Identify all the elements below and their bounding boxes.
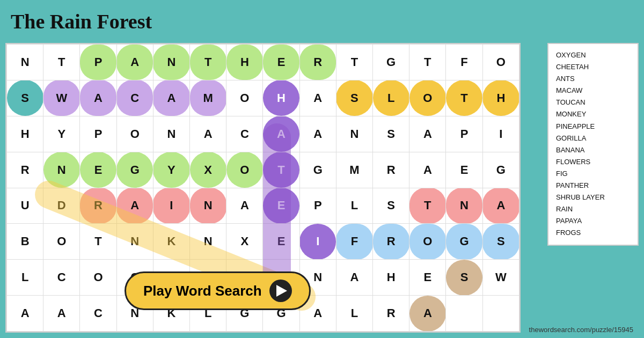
cell-0-0: N	[7, 45, 43, 80]
cell-5-5: N	[190, 224, 226, 260]
cell-4-12: N	[446, 188, 482, 224]
word-item-gorilla: GORILLA	[556, 133, 630, 144]
cell-5-2: T	[80, 224, 116, 260]
cell-0-9: T	[336, 45, 372, 80]
cell-0-7: E	[263, 45, 299, 80]
grid-row-1: S W A C A M O H A S L O T H	[7, 80, 519, 116]
grid-row-3: R N E G Y X O T G M R A E G	[7, 152, 519, 188]
cell-2-4: N	[153, 116, 189, 152]
cell-4-2: R	[80, 188, 116, 224]
cell-0-2: P	[80, 45, 116, 80]
cell-7-0: A	[7, 296, 43, 332]
cell-0-6: H	[226, 45, 263, 80]
cell-0-3: A	[116, 45, 153, 80]
cell-1-3: C	[116, 80, 153, 116]
cell-5-4: K	[153, 224, 189, 260]
cell-4-1: D	[43, 188, 80, 224]
word-item-toucan: TOUCAN	[556, 97, 630, 108]
cell-4-9: L	[336, 188, 372, 224]
word-item-banana: BANANA	[556, 144, 630, 156]
play-button-label: Play Word Search	[143, 283, 262, 299]
cell-5-3: N	[116, 224, 153, 260]
cell-2-10: S	[373, 116, 409, 152]
cell-5-1: O	[43, 224, 80, 260]
cell-3-0: R	[7, 152, 43, 188]
cell-0-8: R	[299, 45, 336, 80]
cell-3-4: Y	[153, 152, 189, 188]
word-item-rain: RAIN	[556, 203, 630, 215]
cell-0-12: F	[446, 45, 482, 80]
cell-2-5: A	[190, 116, 226, 152]
cell-4-8: P	[299, 188, 336, 224]
cell-7-13	[482, 296, 519, 332]
cell-2-8: A	[299, 116, 336, 152]
cell-2-6: C	[226, 116, 263, 152]
cell-6-9: A	[336, 260, 372, 296]
cell-7-2: C	[80, 296, 116, 332]
cell-4-3: A	[116, 188, 153, 224]
play-word-search-button[interactable]: Play Word Search	[125, 271, 311, 310]
cell-0-4: N	[153, 45, 189, 80]
word-item-oxygen: OXYGEN	[556, 49, 630, 61]
attribution-text: thewordsearch.com/puzzle/15945	[529, 326, 633, 334]
cell-0-5: T	[190, 45, 226, 80]
cell-2-13: I	[482, 116, 519, 152]
word-item-monkey: MONKEY	[556, 108, 630, 120]
cell-7-11: A	[409, 296, 446, 332]
cell-2-11: A	[409, 116, 446, 152]
cell-6-10: H	[373, 260, 409, 296]
cell-0-1: T	[43, 45, 80, 80]
cell-1-5: M	[190, 80, 226, 116]
cell-0-11: T	[409, 45, 446, 80]
cell-3-13: G	[482, 152, 519, 188]
cell-1-1: W	[43, 80, 80, 116]
cell-3-12: E	[446, 152, 482, 188]
cell-7-10: R	[373, 296, 409, 332]
word-item-ants: ANTS	[556, 73, 630, 85]
cell-1-2: A	[80, 80, 116, 116]
cell-3-2: E	[80, 152, 116, 188]
cell-2-12: P	[446, 116, 482, 152]
cell-1-11: O	[409, 80, 446, 116]
cell-4-0: U	[7, 188, 43, 224]
word-item-panther: PANTHER	[556, 180, 630, 192]
cell-5-8: I	[299, 224, 336, 260]
cell-4-6: A	[226, 188, 263, 224]
cell-6-13: W	[482, 260, 519, 296]
cell-3-9: M	[336, 152, 372, 188]
word-item-cheetah: CHEETAH	[556, 61, 630, 73]
cell-6-1: C	[43, 260, 80, 296]
cell-7-12	[446, 296, 482, 332]
cell-4-5: N	[190, 188, 226, 224]
cell-5-6: X	[226, 224, 263, 260]
cell-3-1: N	[43, 152, 80, 188]
cell-5-13: S	[482, 224, 519, 260]
grid-row-4: U D R A I N A E P L S T N A	[7, 188, 519, 224]
cell-2-7: A	[263, 116, 299, 152]
cell-1-13: H	[482, 80, 519, 116]
word-search-grid: N T P A N T H E R T G T F O S W A C	[5, 43, 521, 333]
grid-row-0: N T P A N T H E R T G T F O	[7, 45, 519, 80]
cell-1-8: A	[299, 80, 336, 116]
cell-7-1: A	[43, 296, 80, 332]
cell-3-6: O	[226, 152, 263, 188]
cell-5-9: F	[336, 224, 372, 260]
cell-2-9: N	[336, 116, 372, 152]
cell-1-10: L	[373, 80, 409, 116]
cell-3-10: R	[373, 152, 409, 188]
word-item-fig: FIG	[556, 168, 630, 180]
cell-1-4: A	[153, 80, 189, 116]
cell-6-11: E	[409, 260, 446, 296]
cell-4-7: E	[263, 188, 299, 224]
cell-1-6: O	[226, 80, 263, 116]
grid-row-2: H Y P O N A C A A N S A P I	[7, 116, 519, 152]
cell-6-0: L	[7, 260, 43, 296]
cell-7-9: L	[336, 296, 372, 332]
word-item-flowers: FLOWERS	[556, 156, 630, 168]
cell-0-10: G	[373, 45, 409, 80]
cell-0-13: O	[482, 45, 519, 80]
cell-2-1: Y	[43, 116, 80, 152]
cell-3-3: G	[116, 152, 153, 188]
cell-2-2: P	[80, 116, 116, 152]
cell-4-11: T	[409, 188, 446, 224]
